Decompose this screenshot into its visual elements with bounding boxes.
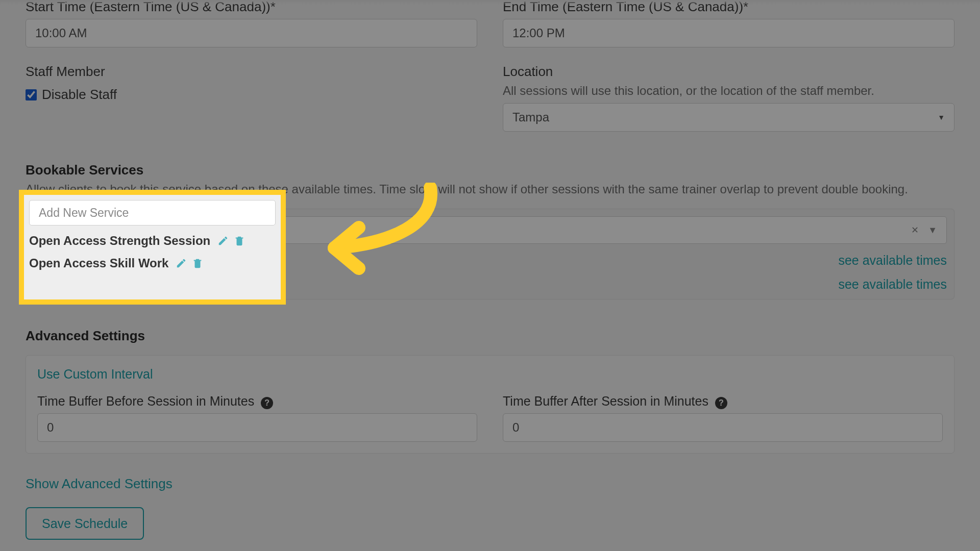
location-hint: All sessions will use this location, or … [503, 84, 954, 98]
service-name: Open Access Strength Session [29, 234, 210, 248]
disable-staff-input[interactable] [26, 89, 37, 101]
use-custom-interval-link[interactable]: Use Custom Interval [37, 367, 153, 381]
see-available-times-link[interactable]: see available times [838, 277, 947, 292]
help-icon[interactable]: ? [715, 397, 727, 409]
service-row: Open Access Strength Session [29, 234, 276, 248]
delete-icon[interactable] [234, 235, 245, 246]
start-time-input[interactable] [26, 19, 477, 47]
service-name: Open Access Skill Work [29, 256, 168, 270]
buffer-after-input[interactable] [503, 413, 943, 442]
end-time-input[interactable] [503, 19, 954, 47]
delete-icon[interactable] [192, 258, 203, 269]
location-select[interactable]: Tampa ▼ [503, 103, 954, 132]
add-service-select[interactable]: Add New Service [29, 200, 276, 226]
location-label: Location [503, 64, 954, 80]
edit-icon[interactable] [176, 258, 187, 269]
clear-icon[interactable]: ✕ [911, 224, 919, 236]
bookable-services-title: Bookable Services [26, 162, 954, 178]
see-available-times-link[interactable]: see available times [838, 253, 947, 268]
chevron-down-icon[interactable]: ▼ [928, 225, 937, 236]
advanced-settings-title: Advanced Settings [26, 328, 954, 344]
highlight-box: Add New Service Open Access Strength Ses… [19, 190, 286, 305]
help-icon[interactable]: ? [261, 397, 273, 409]
show-advanced-settings-link[interactable]: Show Advanced Settings [26, 476, 954, 492]
location-value: Tampa [512, 110, 549, 124]
add-service-placeholder: Add New Service [39, 206, 129, 220]
chevron-down-icon: ▼ [938, 113, 945, 121]
disable-staff-text: Disable Staff [42, 87, 117, 103]
staff-member-label: Staff Member [26, 64, 477, 80]
save-schedule-button[interactable]: Save Schedule [26, 507, 144, 540]
disable-staff-checkbox[interactable]: Disable Staff [26, 87, 117, 103]
buffer-after-label: Time Buffer After Session in Minutes ? [503, 394, 943, 409]
buffer-before-label: Time Buffer Before Session in Minutes ? [37, 394, 477, 409]
edit-icon[interactable] [217, 235, 229, 246]
buffer-before-input[interactable] [37, 413, 477, 442]
service-row: Open Access Skill Work [29, 256, 276, 270]
